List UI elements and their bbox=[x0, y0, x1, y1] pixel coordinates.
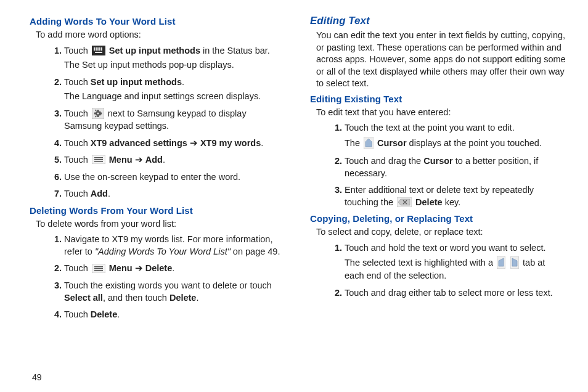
left-column: Adding Words To Your Word List To add mo… bbox=[30, 15, 285, 326]
heading-editing-text: Editing Text bbox=[310, 15, 566, 27]
text-bold: Delete bbox=[91, 309, 118, 319]
text: Touch the existing words you want to del… bbox=[64, 280, 272, 290]
svg-rect-20 bbox=[94, 266, 103, 267]
heading-editing-existing: Editing Existing Text bbox=[310, 94, 566, 104]
text: Use the on-screen keypad to enter the wo… bbox=[64, 172, 240, 182]
text: . bbox=[182, 77, 184, 87]
step-item: Touch the text at the point you want to … bbox=[331, 122, 566, 150]
step-item: Touch Set up input methods. The Language… bbox=[51, 76, 285, 103]
menu-icon bbox=[92, 264, 105, 273]
text: Touch and drag the bbox=[345, 156, 423, 166]
text: . bbox=[117, 309, 120, 319]
step-item: Touch the existing words you want to del… bbox=[51, 280, 285, 304]
svg-rect-22 bbox=[94, 270, 103, 271]
steps-editing: Touch the text at the point you want to … bbox=[310, 122, 566, 208]
step-item: Touch next to Samsung keypad to display … bbox=[51, 108, 285, 133]
text: , and then touch bbox=[103, 293, 169, 303]
text: Touch the text at the point you want to … bbox=[345, 123, 515, 133]
svg-rect-17 bbox=[94, 159, 103, 160]
text-bold: Select all bbox=[64, 293, 103, 303]
text: Touch bbox=[64, 138, 91, 148]
text-bold: Menu bbox=[109, 155, 133, 165]
intro-text: To delete words from your word list: bbox=[36, 218, 285, 231]
text-bold: Cursor bbox=[423, 156, 453, 166]
step-item: Touch and drag either tab to select more… bbox=[331, 287, 566, 300]
step-item: Touch Delete. bbox=[51, 309, 285, 321]
step-item: Use the on-screen keypad to enter the wo… bbox=[51, 171, 285, 184]
text: Touch bbox=[64, 189, 91, 198]
svg-rect-2 bbox=[96, 47, 97, 49]
text-bold: XT9 my words bbox=[200, 138, 261, 148]
arrow-icon: ➔ bbox=[187, 138, 200, 148]
steps-copying: Touch and hold the text or word you want… bbox=[310, 242, 566, 300]
paragraph: You can edit the text you enter in text … bbox=[316, 30, 566, 90]
menu-icon bbox=[92, 155, 105, 164]
text-bold: Menu bbox=[109, 263, 133, 273]
svg-rect-3 bbox=[97, 47, 99, 49]
text: Touch and hold the text or word you want… bbox=[345, 243, 545, 253]
text: . bbox=[163, 155, 165, 165]
svg-rect-1 bbox=[94, 47, 95, 49]
delete-key-icon bbox=[397, 197, 412, 207]
text-bold: Delete bbox=[169, 293, 197, 303]
svg-rect-7 bbox=[96, 49, 97, 51]
step-item: Touch XT9 advanced settings ➔ XT9 my wor… bbox=[51, 137, 285, 150]
text: Touch bbox=[64, 263, 91, 273]
text: The Language and input settings screen d… bbox=[64, 91, 285, 103]
heading-deleting-words: Deleting Words From Your Word List bbox=[30, 205, 285, 216]
svg-rect-4 bbox=[99, 47, 100, 49]
arrow-icon: ➔ bbox=[133, 155, 145, 165]
gear-icon bbox=[92, 108, 104, 119]
step-item: Navigate to XT9 my words list. For more … bbox=[51, 234, 285, 258]
intro-text: To select and copy, delete, or replace t… bbox=[316, 226, 566, 239]
text-bold: Delete bbox=[415, 197, 443, 207]
text: Touch and drag either tab to select more… bbox=[345, 288, 553, 298]
right-column: Editing Text You can edit the text you e… bbox=[310, 15, 566, 326]
text-bold: Cursor bbox=[377, 138, 407, 148]
svg-rect-16 bbox=[94, 157, 103, 158]
text: displays at the point you touched. bbox=[407, 138, 542, 148]
text-bold: Set up input methods bbox=[91, 77, 182, 87]
svg-rect-8 bbox=[97, 49, 99, 51]
step-item: Touch and hold the text or word you want… bbox=[331, 242, 566, 282]
svg-rect-6 bbox=[94, 49, 95, 51]
steps-deleting: Navigate to XT9 my words list. For more … bbox=[30, 234, 285, 321]
page-number: 49 bbox=[32, 372, 42, 382]
steps-adding: Touch Set up input methods in the Status… bbox=[30, 45, 285, 200]
text: . bbox=[108, 189, 110, 198]
selection-tab-right-icon bbox=[510, 256, 519, 269]
step-item: Touch and drag the Cursor to a better po… bbox=[331, 155, 566, 179]
text-italic: "Adding Words To Your Word List" bbox=[95, 247, 231, 256]
svg-rect-10 bbox=[101, 49, 102, 51]
text: The bbox=[345, 138, 362, 148]
heading-copying: Copying, Deleting, or Replacing Text bbox=[310, 213, 566, 224]
svg-rect-21 bbox=[94, 268, 103, 269]
text: on page 49. bbox=[231, 247, 280, 256]
step-item: Enter additional text or delete text by … bbox=[331, 184, 566, 208]
svg-rect-11 bbox=[95, 52, 102, 53]
svg-point-14 bbox=[97, 112, 99, 114]
intro-text: To add more word options: bbox=[36, 29, 285, 41]
text: The Set up input methods pop-up displays… bbox=[64, 59, 285, 71]
cursor-tab-icon bbox=[364, 137, 374, 149]
text-bold: XT9 advanced settings bbox=[91, 138, 187, 148]
arrow-icon: ➔ bbox=[133, 263, 145, 273]
svg-rect-5 bbox=[101, 47, 102, 49]
text-bold: Delete bbox=[145, 263, 173, 273]
text-line: The selected text is highlighted with a … bbox=[345, 256, 566, 282]
text: . bbox=[172, 263, 174, 273]
svg-rect-18 bbox=[94, 161, 103, 162]
text: Touch bbox=[64, 77, 91, 87]
text-bold: Set up input methods bbox=[109, 46, 200, 55]
step-item: Touch Menu ➔ Add. bbox=[51, 154, 285, 166]
text: in the Status bar. bbox=[200, 46, 270, 55]
step-item: Touch Menu ➔ Delete. bbox=[51, 263, 285, 275]
text: key. bbox=[443, 197, 461, 207]
text: . bbox=[196, 293, 198, 303]
text: Touch bbox=[64, 108, 91, 118]
text: Touch bbox=[64, 46, 91, 55]
text: Touch bbox=[64, 155, 91, 165]
text: Touch bbox=[64, 309, 91, 319]
text-bold: Add bbox=[145, 155, 163, 165]
selection-tab-left-icon bbox=[497, 256, 505, 269]
